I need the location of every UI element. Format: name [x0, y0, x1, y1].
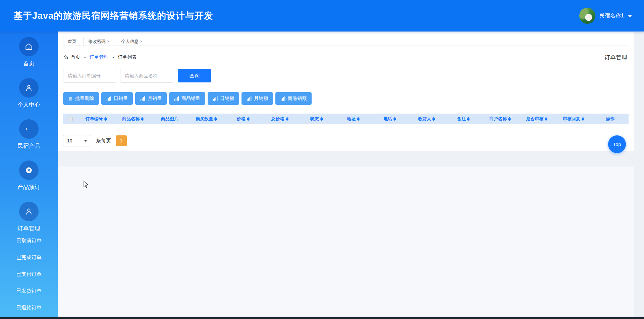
- sort-icon[interactable]: [582, 117, 584, 121]
- per-page-label: 条每页: [96, 138, 111, 144]
- sort-icon[interactable]: [467, 117, 470, 121]
- breadcrumb-separator: ●: [112, 56, 114, 59]
- home-icon: [19, 37, 39, 56]
- table-header-select: [63, 117, 78, 121]
- search-bar: 查询: [63, 69, 629, 83]
- product-name-input[interactable]: [120, 69, 173, 83]
- breadcrumb-page: 订单列表: [118, 54, 137, 60]
- bar-chart-icon: [140, 96, 145, 101]
- sidebar-item-label: 首页: [23, 60, 35, 67]
- avatar[interactable]: [579, 8, 595, 24]
- column-price[interactable]: 价格: [225, 116, 261, 122]
- booking-icon: [19, 161, 39, 180]
- user-menu[interactable]: 民宿名称1: [579, 8, 632, 24]
- sidebar-item-booking[interactable]: 产品预订: [17, 161, 40, 191]
- page-title: 订单管理: [604, 54, 629, 61]
- empty-content-panel: [58, 167, 634, 317]
- tab-home[interactable]: 首页: [63, 37, 81, 46]
- column-total-price[interactable]: 总价格: [261, 116, 298, 122]
- sidebar-subitem-paid-orders[interactable]: 已支付订单: [16, 271, 42, 277]
- sidebar-subitem-cancelled-orders[interactable]: 已取消订单: [16, 238, 42, 244]
- sort-icon[interactable]: [357, 117, 360, 121]
- order-number-input[interactable]: [63, 69, 116, 83]
- daily-sales-amount-button[interactable]: 日销额: [208, 92, 239, 105]
- app-header: 基于Java的旅游民宿网络营销系统的设计与开发 民宿名称1: [0, 0, 644, 31]
- close-icon[interactable]: ×: [107, 39, 110, 44]
- page-button-1[interactable]: 1: [116, 135, 127, 146]
- sidebar-item-label: 个人中心: [17, 101, 40, 109]
- column-status[interactable]: 状态: [298, 116, 335, 122]
- sidebar-item-home[interactable]: 首页: [19, 37, 39, 67]
- tab-bar: 首页 修改密码 × 个人信息 ×: [63, 37, 629, 46]
- column-product-name[interactable]: 商品名称: [114, 116, 151, 122]
- daily-sales-volume-button[interactable]: 日销量: [101, 92, 133, 105]
- column-merchant-name[interactable]: 商户名称: [482, 116, 518, 122]
- column-audit-status[interactable]: 是否审核: [519, 116, 555, 122]
- sidebar-subitem-completed-orders[interactable]: 已完成订单: [16, 254, 42, 261]
- bar-chart-icon: [213, 96, 218, 101]
- sidebar-subitem-refunded-orders[interactable]: 已退款订单: [16, 305, 42, 311]
- action-buttons: 批量删除 日销量 月销量: [63, 92, 629, 105]
- tab-label: 首页: [68, 39, 76, 45]
- sidebar-item-label: 民宿产品: [17, 142, 40, 150]
- sort-icon[interactable]: [545, 117, 547, 121]
- bar-chart-icon: [174, 96, 179, 101]
- sidebar: 首页 个人中心 民宿产品: [0, 31, 58, 317]
- product-sales-volume-button[interactable]: 商品销量: [169, 92, 205, 105]
- breadcrumb-section[interactable]: 订单管理: [90, 54, 108, 60]
- breadcrumb-separator: ●: [84, 56, 86, 59]
- user-name: 民宿名称1: [599, 12, 624, 19]
- sidebar-item-products[interactable]: 民宿产品: [17, 119, 40, 150]
- sort-icon[interactable]: [286, 117, 288, 121]
- column-address[interactable]: 地址: [335, 116, 371, 122]
- chevron-down-icon: [628, 15, 632, 17]
- back-to-top-button[interactable]: Top: [608, 135, 626, 153]
- sort-icon[interactable]: [247, 117, 250, 121]
- sort-icon[interactable]: [393, 117, 396, 121]
- table-header-row: 订单编号 商品名称 商品图片 购买数量 价格 总价格 状态 地址 电话 收货人 …: [63, 114, 629, 124]
- tab-label: 个人信息: [121, 39, 139, 45]
- page-body: 首页 个人中心 民宿产品: [0, 31, 644, 317]
- sort-icon[interactable]: [104, 117, 107, 121]
- home-outline-icon: [63, 55, 68, 60]
- sidebar-item-profile[interactable]: 个人中心: [17, 78, 40, 109]
- sort-icon[interactable]: [141, 117, 144, 121]
- product-sales-amount-button[interactable]: 商品销额: [275, 92, 312, 105]
- column-phone[interactable]: 电话: [372, 116, 408, 122]
- sidebar-subitem-shipped-orders[interactable]: 已发货订单: [16, 288, 42, 294]
- column-operation: 操作: [592, 116, 629, 122]
- monthly-sales-amount-button[interactable]: 月销额: [241, 92, 273, 105]
- sort-icon[interactable]: [214, 117, 217, 121]
- orders-icon: [19, 202, 39, 221]
- query-button[interactable]: 查询: [178, 69, 211, 82]
- main-content: 首页 修改密码 × 个人信息 × 首页 ●: [58, 31, 644, 317]
- sort-icon[interactable]: [432, 117, 435, 121]
- app-title: 基于Java的旅游民宿网络营销系统的设计与开发: [13, 10, 213, 22]
- page-size-select[interactable]: 10: [63, 135, 91, 146]
- column-quantity[interactable]: 购买数量: [188, 116, 224, 122]
- breadcrumb: 首页 ● 订单管理 ● 订单列表 订单管理: [63, 53, 629, 61]
- sidebar-item-orders[interactable]: 订单管理: [17, 202, 40, 232]
- person-icon: [19, 78, 39, 98]
- sort-icon[interactable]: [508, 117, 511, 121]
- close-icon[interactable]: ×: [140, 39, 143, 44]
- sidebar-item-label: 产品预订: [17, 183, 40, 191]
- chevron-down-icon: [84, 140, 87, 142]
- column-consignee[interactable]: 收货人: [408, 116, 445, 122]
- product-list-icon: [19, 119, 39, 139]
- tab-personal-info[interactable]: 个人信息 ×: [117, 37, 148, 46]
- monthly-sales-volume-button[interactable]: 月销量: [135, 92, 167, 105]
- bar-chart-icon: [280, 96, 285, 101]
- trash-icon: [68, 96, 73, 101]
- select-all-checkbox[interactable]: [68, 117, 73, 121]
- sort-icon[interactable]: [320, 117, 323, 121]
- column-order-number[interactable]: 订单编号: [78, 116, 114, 122]
- bottom-bar: [0, 317, 644, 319]
- column-audit-reply[interactable]: 审核回复: [555, 116, 592, 122]
- column-remark[interactable]: 备注: [445, 116, 482, 122]
- bar-chart-icon: [106, 96, 111, 101]
- tab-change-password[interactable]: 修改密码 ×: [84, 37, 114, 46]
- content-card: 首页 修改密码 × 个人信息 × 首页 ●: [58, 32, 634, 151]
- breadcrumb-home[interactable]: 首页: [71, 54, 80, 60]
- batch-delete-button[interactable]: 批量删除: [63, 92, 99, 105]
